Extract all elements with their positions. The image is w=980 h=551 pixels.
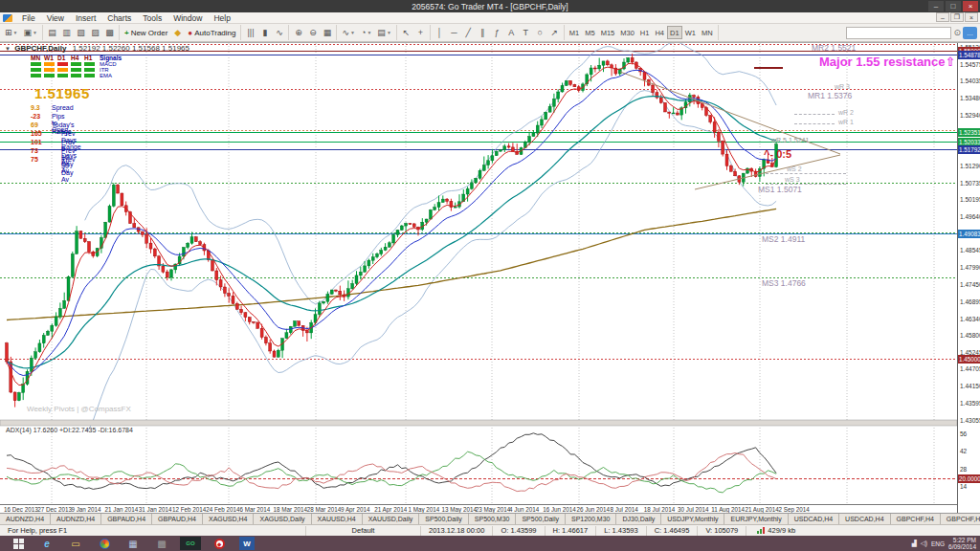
- chart-tab-xauusd-daily[interactable]: XAUUSD,Daily: [363, 514, 420, 524]
- chart-restore-button[interactable]: ❐: [950, 12, 964, 22]
- new-order-button[interactable]: +New Order: [122, 26, 170, 40]
- navigator-button[interactable]: ▧: [74, 26, 88, 40]
- trendline-button[interactable]: ╱: [461, 26, 476, 40]
- strategy-tester-button[interactable]: ▩: [102, 26, 117, 40]
- timeframe-w1[interactable]: W1: [682, 26, 699, 39]
- chart-tab-audnzd-h4[interactable]: AUDNZD,H4: [0, 514, 51, 524]
- cursor-button[interactable]: ↖: [399, 26, 413, 40]
- shapes-button[interactable]: ○: [533, 26, 547, 40]
- crosshair-button[interactable]: +: [413, 26, 428, 40]
- chart-tab-sp500-daily[interactable]: SP500,Daily: [516, 514, 566, 524]
- periods-button[interactable]: ◔▼: [358, 26, 374, 40]
- channel-button[interactable]: ∥: [476, 26, 490, 40]
- menu-tools[interactable]: Tools: [137, 12, 167, 24]
- templates-button[interactable]: ▤▼: [374, 26, 393, 40]
- chart-tab-usdjpy-monthly[interactable]: USDJPY,Monthly: [661, 514, 724, 524]
- profiles-button[interactable]: ▣▼: [21, 26, 40, 40]
- maximize-button[interactable]: □: [946, 1, 961, 11]
- line-chart-button[interactable]: ∿: [272, 26, 286, 40]
- date-tick: 11 Aug 2014: [711, 506, 745, 513]
- zoom-in-button[interactable]: ⊕: [291, 26, 305, 40]
- tray-network-icon[interactable]: ▟: [912, 540, 917, 547]
- chart-tab-dj30-daily[interactable]: DJ30,Daily: [616, 514, 661, 524]
- price-tick: 1.43595: [960, 400, 980, 407]
- new-chart-button[interactable]: ⊞▼: [2, 26, 21, 40]
- chart-symbol-header[interactable]: ▼ GBPCHF,Daily 1.52192 1.52260 1.51568 1…: [5, 44, 189, 53]
- timeframe-m15[interactable]: M15: [598, 26, 618, 39]
- file-explorer-icon[interactable]: ▭: [65, 537, 86, 550]
- arrows-button[interactable]: ↗: [547, 26, 562, 40]
- chart-tab-gbpchf-h4[interactable]: GBPCHF,H4: [891, 514, 941, 524]
- metatrader-icon[interactable]: ◆: [209, 537, 230, 550]
- bar-chart-button[interactable]: |||: [243, 26, 257, 40]
- chat-icon[interactable]: …: [963, 27, 977, 39]
- horizontal-line-icon: ─: [451, 28, 457, 37]
- candle-chart-button[interactable]: ▮: [257, 26, 272, 40]
- status-profile[interactable]: Default: [306, 526, 421, 536]
- search-icon[interactable]: ⊙: [953, 28, 961, 37]
- word-icon[interactable]: W: [239, 537, 255, 550]
- market-watch-button[interactable]: ▤: [45, 26, 59, 40]
- close-button[interactable]: ×: [963, 1, 978, 11]
- chrome-icon[interactable]: [94, 537, 115, 550]
- vertical-line-button[interactable]: │: [433, 26, 447, 40]
- chart-tab-gbpchf-h4[interactable]: GBPCHF,H4: [941, 514, 980, 524]
- chart-tab-xauusd-h4[interactable]: XAUUSD,H4: [312, 514, 363, 524]
- tray-volume-icon[interactable]: ◁): [921, 540, 927, 547]
- chart-tab-gbpaud-h4[interactable]: GBPAUD,H4: [101, 514, 152, 524]
- menu-view[interactable]: View: [41, 12, 70, 24]
- text-button[interactable]: A: [504, 26, 519, 40]
- menu-insert[interactable]: Insert: [70, 12, 101, 24]
- indicators-button[interactable]: ∿▼: [339, 26, 358, 40]
- timeframe-h1[interactable]: H1: [637, 26, 653, 39]
- chart-tab-sp1200-m30[interactable]: SP1200,M30: [566, 514, 616, 524]
- signals-col-h1: H1: [84, 55, 92, 61]
- label-button[interactable]: T: [519, 26, 533, 40]
- minimize-button[interactable]: –: [928, 1, 944, 11]
- connection-bars-icon: [757, 527, 765, 534]
- chart-tab-gbpaud-h4[interactable]: GBPAUD,H4: [152, 514, 203, 524]
- menu-charts[interactable]: Charts: [101, 12, 137, 24]
- chart-tab-sp500-m30[interactable]: SP500,M30: [469, 514, 517, 524]
- price-chart[interactable]: [0, 43, 957, 504]
- tester-diamond-button[interactable]: ◆: [170, 26, 185, 40]
- menu-help[interactable]: Help: [208, 12, 235, 24]
- chart-close-button[interactable]: ×: [965, 12, 978, 22]
- chart-tab-sp500-daily[interactable]: SP500,Daily: [419, 514, 469, 524]
- chart-tab-usdcad-h4[interactable]: USDCAD,H4: [839, 514, 890, 524]
- zoom-out-button[interactable]: ⊖: [305, 26, 320, 40]
- search-input[interactable]: [846, 27, 951, 39]
- menu-file[interactable]: File: [16, 12, 41, 24]
- adx-tick: 28: [960, 466, 967, 473]
- timeframe-m1[interactable]: M1: [567, 26, 582, 39]
- remote-app-icon[interactable]: ▩: [151, 537, 172, 550]
- data-window-button[interactable]: ▥: [59, 26, 74, 40]
- timeframe-m5[interactable]: M5: [582, 26, 597, 39]
- taskbar-clock[interactable]: 5:22 PM 6/09/2014: [948, 537, 976, 550]
- calculator-icon[interactable]: ▦: [122, 537, 144, 550]
- menu-window[interactable]: Window: [167, 12, 208, 24]
- start-button[interactable]: [8, 537, 29, 550]
- timeframe-m30[interactable]: M30: [617, 26, 637, 39]
- chart-tab-eurjpy-monthly[interactable]: EURJPY,Monthly: [724, 514, 788, 524]
- internet-explorer-icon[interactable]: e: [36, 537, 57, 550]
- chart-minimize-button[interactable]: –: [936, 12, 949, 22]
- chart-tab-xagusd-daily[interactable]: XAGUSD,Daily: [254, 514, 311, 524]
- timeframe-h4[interactable]: H4: [652, 26, 667, 39]
- quick-trade-caret-icon[interactable]: ▼: [5, 46, 11, 52]
- chart-tab-audnzd-h4[interactable]: AUDNZD,H4: [51, 514, 101, 524]
- chart-tab-xagusd-h4[interactable]: XAGUSD,H4: [203, 514, 254, 524]
- autotrading-button[interactable]: ●AutoTrading: [185, 26, 238, 40]
- fibonacci-button[interactable]: ƒ: [490, 26, 504, 40]
- go-trader-icon[interactable]: GO: [180, 537, 201, 550]
- chart-window[interactable]: ▼ GBPCHF,Daily 1.52192 1.52260 1.51568 1…: [0, 42, 980, 513]
- terminal-button[interactable]: ▨: [88, 26, 102, 40]
- chart-tab-usdcad-h4[interactable]: USDCAD,H4: [789, 514, 839, 524]
- horizontal-line-button[interactable]: ─: [447, 26, 461, 40]
- title-bar: 2056574: Go Trader MT4 - [GBPCHF,Daily] …: [0, 0, 980, 12]
- tray-language[interactable]: ENG: [931, 540, 945, 547]
- timeframe-mn[interactable]: MN: [699, 26, 716, 39]
- timeframe-d1[interactable]: D1: [667, 26, 682, 39]
- price-axis[interactable]: 1.551301.545751.540351.534801.529401.512…: [957, 43, 980, 514]
- tile-windows-button[interactable]: ▦: [320, 26, 334, 40]
